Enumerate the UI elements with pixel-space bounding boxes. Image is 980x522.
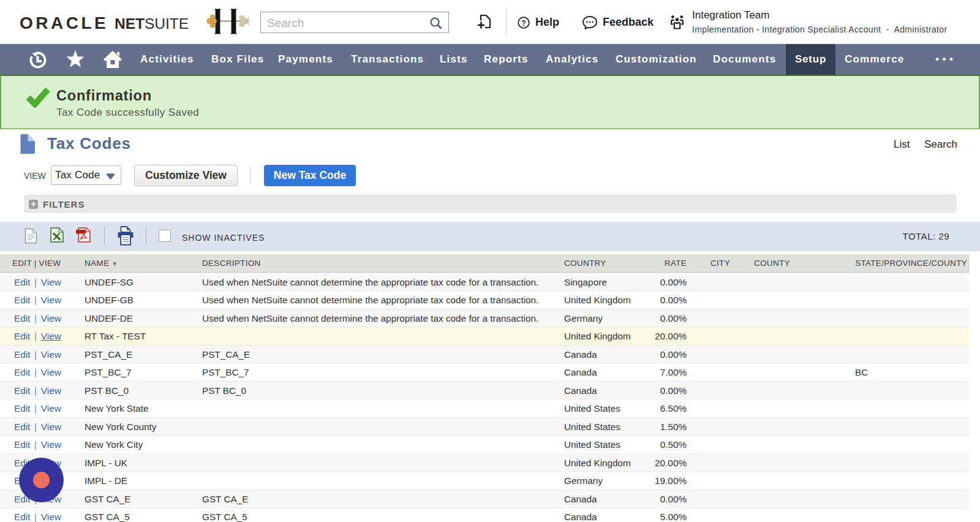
svg-text:?: ?: [521, 19, 526, 28]
